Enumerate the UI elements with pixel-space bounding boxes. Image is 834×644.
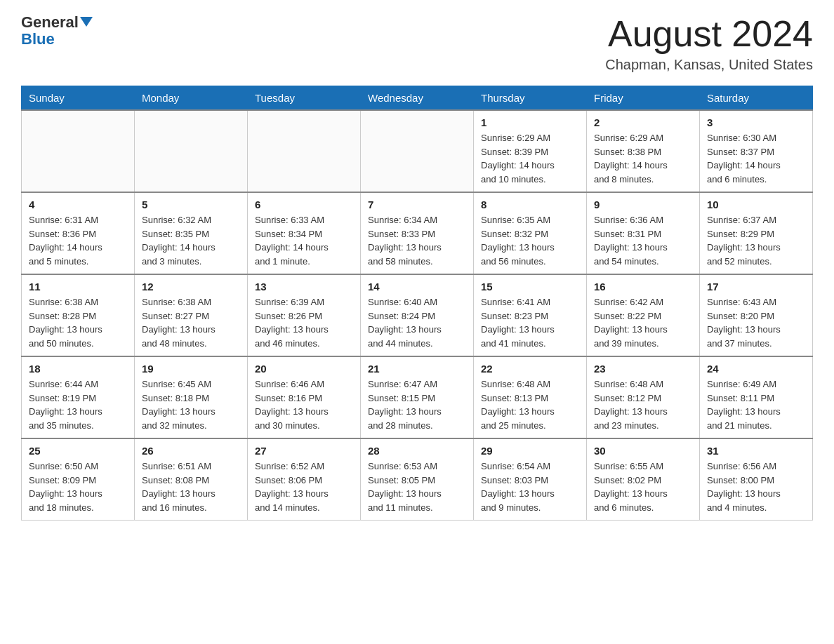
weekday-header-friday: Friday: [587, 86, 700, 111]
calendar-cell: 23Sunrise: 6:48 AM Sunset: 8:12 PM Dayli…: [587, 356, 700, 438]
calendar-week-row: 1Sunrise: 6:29 AM Sunset: 8:39 PM Daylig…: [22, 110, 813, 192]
calendar-cell: 9Sunrise: 6:36 AM Sunset: 8:31 PM Daylig…: [587, 192, 700, 274]
calendar-table: SundayMondayTuesdayWednesdayThursdayFrid…: [21, 86, 813, 521]
day-number: 22: [481, 363, 579, 375]
logo-text: General Blue: [21, 14, 93, 48]
calendar-cell: 29Sunrise: 6:54 AM Sunset: 8:03 PM Dayli…: [474, 438, 587, 521]
day-info: Sunrise: 6:49 AM Sunset: 8:11 PM Dayligh…: [707, 377, 805, 432]
calendar-cell: 20Sunrise: 6:46 AM Sunset: 8:16 PM Dayli…: [248, 356, 361, 438]
day-number: 5: [142, 199, 240, 210]
day-number: 29: [481, 445, 579, 457]
day-number: 11: [29, 281, 127, 293]
day-number: 24: [707, 363, 805, 375]
day-info: Sunrise: 6:30 AM Sunset: 8:37 PM Dayligh…: [707, 131, 805, 186]
calendar-cell: 15Sunrise: 6:41 AM Sunset: 8:23 PM Dayli…: [474, 274, 587, 356]
calendar-cell: 3Sunrise: 6:30 AM Sunset: 8:37 PM Daylig…: [700, 110, 813, 192]
day-number: 4: [29, 199, 127, 210]
day-number: 31: [707, 445, 805, 457]
day-info: Sunrise: 6:47 AM Sunset: 8:15 PM Dayligh…: [368, 377, 466, 432]
calendar-cell: 24Sunrise: 6:49 AM Sunset: 8:11 PM Dayli…: [700, 356, 813, 438]
day-number: 1: [481, 116, 579, 128]
weekday-header-sunday: Sunday: [22, 86, 135, 111]
day-number: 30: [594, 445, 692, 457]
day-info: Sunrise: 6:29 AM Sunset: 8:38 PM Dayligh…: [594, 131, 692, 186]
calendar-cell: 27Sunrise: 6:52 AM Sunset: 8:06 PM Dayli…: [248, 438, 361, 521]
day-info: Sunrise: 6:53 AM Sunset: 8:05 PM Dayligh…: [368, 459, 466, 514]
day-info: Sunrise: 6:43 AM Sunset: 8:20 PM Dayligh…: [707, 295, 805, 350]
calendar-cell: 31Sunrise: 6:56 AM Sunset: 8:00 PM Dayli…: [700, 438, 813, 521]
day-info: Sunrise: 6:50 AM Sunset: 8:09 PM Dayligh…: [29, 459, 127, 514]
calendar-cell: 13Sunrise: 6:39 AM Sunset: 8:26 PM Dayli…: [248, 274, 361, 356]
day-info: Sunrise: 6:48 AM Sunset: 8:12 PM Dayligh…: [594, 377, 692, 432]
location-subtitle: Chapman, Kansas, United States: [605, 57, 813, 73]
calendar-cell: [361, 110, 474, 192]
day-number: 16: [594, 281, 692, 293]
calendar-cell: 30Sunrise: 6:55 AM Sunset: 8:02 PM Dayli…: [587, 438, 700, 521]
day-number: 28: [368, 445, 466, 457]
calendar-cell: 7Sunrise: 6:34 AM Sunset: 8:33 PM Daylig…: [361, 192, 474, 274]
calendar-cell: 28Sunrise: 6:53 AM Sunset: 8:05 PM Dayli…: [361, 438, 474, 521]
day-info: Sunrise: 6:35 AM Sunset: 8:32 PM Dayligh…: [481, 213, 579, 268]
calendar-cell: 1Sunrise: 6:29 AM Sunset: 8:39 PM Daylig…: [474, 110, 587, 192]
title-area: August 2024 Chapman, Kansas, United Stat…: [605, 14, 813, 73]
logo: General Blue: [21, 14, 93, 48]
day-number: 19: [142, 363, 240, 375]
calendar-cell: [135, 110, 248, 192]
calendar-cell: 10Sunrise: 6:37 AM Sunset: 8:29 PM Dayli…: [700, 192, 813, 274]
day-info: Sunrise: 6:38 AM Sunset: 8:27 PM Dayligh…: [142, 295, 240, 350]
weekday-header-monday: Monday: [135, 86, 248, 111]
logo-blue-text: Blue: [21, 30, 55, 48]
day-number: 26: [142, 445, 240, 457]
day-info: Sunrise: 6:31 AM Sunset: 8:36 PM Dayligh…: [29, 213, 127, 268]
calendar-cell: 22Sunrise: 6:48 AM Sunset: 8:13 PM Dayli…: [474, 356, 587, 438]
day-number: 25: [29, 445, 127, 457]
calendar-cell: 17Sunrise: 6:43 AM Sunset: 8:20 PM Dayli…: [700, 274, 813, 356]
day-number: 23: [594, 363, 692, 375]
day-info: Sunrise: 6:34 AM Sunset: 8:33 PM Dayligh…: [368, 213, 466, 268]
day-number: 17: [707, 281, 805, 293]
calendar-week-row: 11Sunrise: 6:38 AM Sunset: 8:28 PM Dayli…: [22, 274, 813, 356]
calendar-cell: 4Sunrise: 6:31 AM Sunset: 8:36 PM Daylig…: [22, 192, 135, 274]
day-info: Sunrise: 6:40 AM Sunset: 8:24 PM Dayligh…: [368, 295, 466, 350]
day-info: Sunrise: 6:48 AM Sunset: 8:13 PM Dayligh…: [481, 377, 579, 432]
day-info: Sunrise: 6:42 AM Sunset: 8:22 PM Dayligh…: [594, 295, 692, 350]
weekday-header-thursday: Thursday: [474, 86, 587, 111]
day-info: Sunrise: 6:37 AM Sunset: 8:29 PM Dayligh…: [707, 213, 805, 268]
calendar-cell: 25Sunrise: 6:50 AM Sunset: 8:09 PM Dayli…: [22, 438, 135, 521]
calendar-cell: 19Sunrise: 6:45 AM Sunset: 8:18 PM Dayli…: [135, 356, 248, 438]
day-info: Sunrise: 6:55 AM Sunset: 8:02 PM Dayligh…: [594, 459, 692, 514]
day-number: 2: [594, 116, 692, 128]
day-info: Sunrise: 6:36 AM Sunset: 8:31 PM Dayligh…: [594, 213, 692, 268]
calendar-cell: [248, 110, 361, 192]
calendar-title: August 2024: [605, 14, 813, 54]
calendar-cell: 16Sunrise: 6:42 AM Sunset: 8:22 PM Dayli…: [587, 274, 700, 356]
day-number: 9: [594, 199, 692, 210]
weekday-header-wednesday: Wednesday: [361, 86, 474, 111]
calendar-cell: 11Sunrise: 6:38 AM Sunset: 8:28 PM Dayli…: [22, 274, 135, 356]
day-info: Sunrise: 6:33 AM Sunset: 8:34 PM Dayligh…: [255, 213, 353, 268]
day-info: Sunrise: 6:46 AM Sunset: 8:16 PM Dayligh…: [255, 377, 353, 432]
day-number: 20: [255, 363, 353, 375]
day-info: Sunrise: 6:38 AM Sunset: 8:28 PM Dayligh…: [29, 295, 127, 350]
calendar-cell: 8Sunrise: 6:35 AM Sunset: 8:32 PM Daylig…: [474, 192, 587, 274]
calendar-cell: 21Sunrise: 6:47 AM Sunset: 8:15 PM Dayli…: [361, 356, 474, 438]
calendar-cell: 18Sunrise: 6:44 AM Sunset: 8:19 PM Dayli…: [22, 356, 135, 438]
logo-triangle-icon: [80, 17, 93, 27]
weekday-header-tuesday: Tuesday: [248, 86, 361, 111]
calendar-week-row: 4Sunrise: 6:31 AM Sunset: 8:36 PM Daylig…: [22, 192, 813, 274]
calendar-week-row: 18Sunrise: 6:44 AM Sunset: 8:19 PM Dayli…: [22, 356, 813, 438]
calendar-cell: 6Sunrise: 6:33 AM Sunset: 8:34 PM Daylig…: [248, 192, 361, 274]
day-info: Sunrise: 6:45 AM Sunset: 8:18 PM Dayligh…: [142, 377, 240, 432]
weekday-header-saturday: Saturday: [700, 86, 813, 111]
day-info: Sunrise: 6:41 AM Sunset: 8:23 PM Dayligh…: [481, 295, 579, 350]
day-info: Sunrise: 6:29 AM Sunset: 8:39 PM Dayligh…: [481, 131, 579, 186]
page-header: General Blue August 2024 Chapman, Kansas…: [21, 14, 813, 73]
day-number: 8: [481, 199, 579, 210]
calendar-cell: 14Sunrise: 6:40 AM Sunset: 8:24 PM Dayli…: [361, 274, 474, 356]
calendar-cell: 2Sunrise: 6:29 AM Sunset: 8:38 PM Daylig…: [587, 110, 700, 192]
day-info: Sunrise: 6:44 AM Sunset: 8:19 PM Dayligh…: [29, 377, 127, 432]
weekday-header-row: SundayMondayTuesdayWednesdayThursdayFrid…: [22, 86, 813, 111]
day-info: Sunrise: 6:56 AM Sunset: 8:00 PM Dayligh…: [707, 459, 805, 514]
calendar-cell: [22, 110, 135, 192]
day-number: 6: [255, 199, 353, 210]
